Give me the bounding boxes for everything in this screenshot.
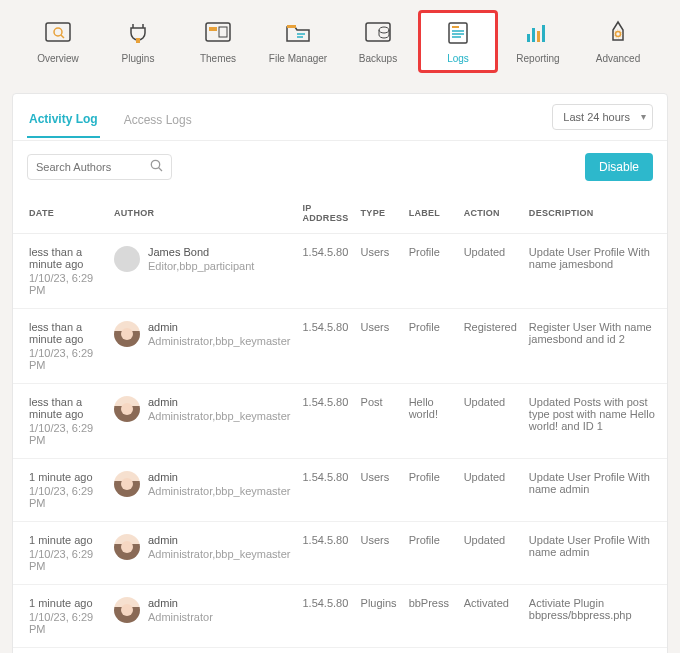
cell-type: Users [355,522,403,585]
svg-rect-0 [46,23,70,41]
col-ip[interactable]: IP ADDRESS [296,193,354,234]
avatar [114,246,140,272]
nav-plugins[interactable]: Plugins [98,10,178,73]
cell-type: Post [355,384,403,459]
cell-ip: 1.54.5.80 [296,234,354,309]
nav-label: Plugins [122,53,155,64]
avatar [114,396,140,422]
cell-author: adminAdministrator [108,585,296,648]
timestamp: 1/10/23, 6:29 PM [29,347,102,371]
cell-desc: Updated Posts with post type post with n… [523,384,667,459]
svg-point-20 [616,32,621,37]
nav-label: Overview [37,53,79,64]
nav-themes[interactable]: Themes [178,10,258,73]
author-role: Administrator [148,611,213,623]
cell-author: adminAdministrator,bbp_keymaster [108,459,296,522]
tabs-row: Activity Log Access Logs Last 24 hours [13,94,667,141]
cell-label: Profile [403,309,458,384]
svg-rect-7 [287,25,296,28]
cell-date: 1 minute ago1/10/23, 6:29 PM [13,459,108,522]
cell-ip: 1.54.5.80 [296,384,354,459]
cell-action: Updated [458,384,523,459]
backups-icon [364,19,392,47]
svg-rect-6 [219,27,227,37]
disable-button[interactable]: Disable [585,153,653,181]
svg-line-23 [159,168,163,172]
svg-rect-10 [366,23,390,41]
col-type[interactable]: TYPE [355,193,403,234]
cell-author: adminAdministrator,bbp_keymaster [108,384,296,459]
cell-action: Updated [458,522,523,585]
logs-icon [444,19,472,47]
time-range-select[interactable]: Last 24 hours [552,104,653,130]
cell-desc: Update User Profile With name admin [523,459,667,522]
timestamp: 1/10/23, 6:29 PM [29,422,102,446]
nav-label: Logs [447,53,469,64]
cell-date: 1 minute ago1/10/23, 6:29 PM [13,648,108,654]
nav-label: Advanced [596,53,640,64]
cell-label: Hello world! [403,384,458,459]
svg-rect-4 [206,23,230,41]
cell-date: 1 minute ago1/10/23, 6:29 PM [13,585,108,648]
cell-author: adminAdministrator [108,648,296,654]
col-action[interactable]: ACTION [458,193,523,234]
nav-file-manager[interactable]: File Manager [258,10,338,73]
table-row: 1 minute ago1/10/23, 6:29 PMadminAdminis… [13,585,667,648]
cell-action: Activated [458,585,523,648]
top-nav: Overview Plugins Themes File Manager Bac… [0,0,680,83]
time-ago: 1 minute ago [29,597,102,609]
nav-label: File Manager [269,53,327,64]
svg-rect-16 [527,34,530,42]
search-input[interactable] [36,161,146,173]
col-author[interactable]: AUTHOR [108,193,296,234]
cell-type: Users [355,459,403,522]
time-ago: 1 minute ago [29,471,102,483]
cell-ip: 1.54.5.80 [296,585,354,648]
author-role: Administrator,bbp_keymaster [148,548,290,560]
nav-label: Backups [359,53,397,64]
time-ago: less than a minute ago [29,246,102,270]
cell-ip: 1.54.5.80 [296,309,354,384]
tab-access-logs[interactable]: Access Logs [122,107,194,137]
filter-row: Disable [13,141,667,193]
nav-advanced[interactable]: Advanced [578,10,658,73]
cell-action: Updated [458,234,523,309]
cell-date: less than a minute ago1/10/23, 6:29 PM [13,234,108,309]
timestamp: 1/10/23, 6:29 PM [29,548,102,572]
time-ago: less than a minute ago [29,396,102,420]
nav-backups[interactable]: Backups [338,10,418,73]
tab-activity-log[interactable]: Activity Log [27,106,100,138]
svg-rect-18 [537,31,540,42]
author-name: admin [148,471,290,483]
svg-rect-17 [532,28,535,42]
advanced-icon [604,19,632,47]
themes-icon [204,19,232,47]
search-icon[interactable] [150,159,163,175]
svg-point-22 [151,160,159,168]
cell-author: adminAdministrator,bbp_keymaster [108,522,296,585]
cell-action: Updated [458,459,523,522]
time-ago: less than a minute ago [29,321,102,345]
time-ago: 1 minute ago [29,534,102,546]
file-manager-icon [284,19,312,47]
nav-overview[interactable]: Overview [18,10,98,73]
nav-logs[interactable]: Logs [418,10,498,73]
cell-type: Plugins [355,648,403,654]
table-row: 1 minute ago1/10/23, 6:29 PMadminAdminis… [13,459,667,522]
cell-ip: 1.54.5.80 [296,522,354,585]
author-name: admin [148,321,290,333]
reporting-icon [524,19,552,47]
col-desc[interactable]: DESCRIPTION [523,193,667,234]
col-date[interactable]: DATE [13,193,108,234]
table-row: less than a minute ago1/10/23, 6:29 PMad… [13,309,667,384]
author-role: Editor,bbp_participant [148,260,254,272]
cell-desc: Update User Profile With name admin [523,522,667,585]
cell-date: 1 minute ago1/10/23, 6:29 PM [13,522,108,585]
timestamp: 1/10/23, 6:29 PM [29,272,102,296]
cell-author: adminAdministrator,bbp_keymaster [108,309,296,384]
avatar [114,534,140,560]
avatar [114,321,140,347]
col-label[interactable]: LABEL [403,193,458,234]
svg-rect-5 [209,27,217,31]
nav-reporting[interactable]: Reporting [498,10,578,73]
